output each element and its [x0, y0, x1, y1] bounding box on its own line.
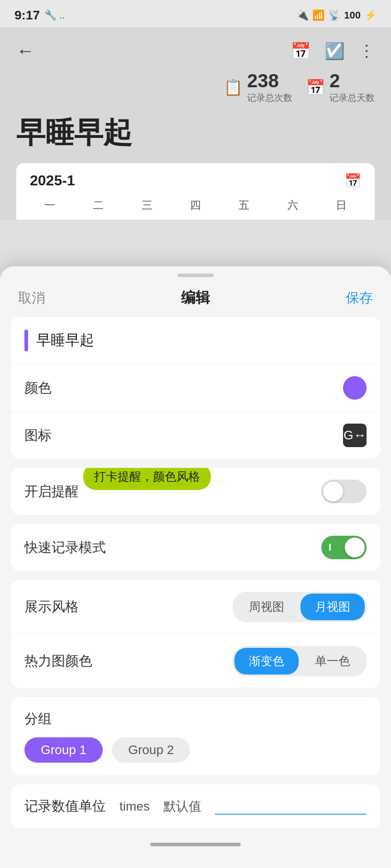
habit-name-row: 早睡早起 [11, 317, 380, 364]
bg-calendar-month: 2025-1 [30, 172, 75, 189]
weekday-fri: 五 [238, 198, 249, 212]
save-button[interactable]: 保存 [346, 289, 373, 307]
stat-days-icon: 📅 [306, 78, 325, 96]
weekday-wed: 三 [142, 198, 153, 212]
month-view-option[interactable]: 月视图 [300, 594, 365, 620]
week-view-option[interactable]: 周视图 [234, 594, 299, 620]
status-time: 9:17 [14, 8, 40, 23]
group-section-label: 分组 [24, 710, 367, 728]
battery-level: 100 [344, 9, 361, 21]
bg-app-content: ← 📅 ☑️ ⋮ 📋 238 记录总次数 📅 2 记录总天数 早睡早起 2025… [0, 27, 391, 220]
color-picker-dot[interactable] [343, 376, 367, 400]
calendar-icon[interactable]: 📅 [291, 42, 311, 61]
habit-name-text[interactable]: 早睡早起 [36, 330, 94, 350]
status-extra-icons: 🔧 .. [44, 9, 65, 21]
wifi-icon: 📡 [328, 9, 340, 21]
bg-weekdays: 一 二 三 四 五 六 日 [16, 193, 375, 220]
reminder-toggle-knob [323, 481, 343, 501]
bg-toolbar-right: 📅 ☑️ ⋮ [291, 42, 375, 61]
stat-days-number: 2 [329, 70, 375, 92]
reminder-toggle[interactable] [321, 480, 367, 503]
reminder-tooltip-wrapper: 打卡提醒，颜色风格 [83, 468, 211, 490]
check-icon[interactable]: ☑️ [324, 42, 345, 61]
fast-mode-toggle-label: I [329, 542, 331, 553]
display-card: 展示风格 周视图 月视图 热力图颜色 渐变色 单一色 [11, 580, 380, 688]
home-indicator [0, 837, 391, 850]
weekday-sun: 日 [336, 198, 347, 212]
group-tags: Group 1 Group 2 [24, 737, 367, 763]
group-tag-1[interactable]: Group 1 [24, 737, 103, 763]
habit-info-card: 早睡早起 颜色 图标 G↔ [11, 317, 380, 459]
home-bar [150, 843, 241, 846]
fast-mode-card: 快速记录模式 I [11, 524, 380, 571]
weekday-mon: 一 [44, 198, 55, 212]
icon-picker-box[interactable]: G↔ [343, 424, 367, 447]
sheet-title: 编辑 [181, 288, 210, 308]
display-style-label: 展示风格 [24, 598, 79, 616]
weekday-thu: 四 [190, 198, 201, 212]
stat-count-label: 记录总次数 [247, 92, 292, 104]
reminder-row: 开启提醒 打卡提醒，颜色风格 [11, 468, 380, 515]
icon-setting-row[interactable]: 图标 G↔ [11, 412, 380, 459]
color-label: 颜色 [24, 379, 52, 397]
fast-mode-toggle[interactable]: I [321, 536, 367, 559]
bottom-sheet: 取消 编辑 保存 早睡早起 颜色 图标 G↔ 开启提醒 打卡提醒，颜色风格 [0, 266, 391, 868]
bg-toolbar: ← 📅 ☑️ ⋮ [16, 36, 375, 70]
stat-total-count: 📋 238 记录总次数 [224, 70, 292, 104]
record-default-input[interactable] [215, 798, 367, 815]
sheet-header: 取消 编辑 保存 [0, 281, 391, 317]
more-icon[interactable]: ⋮ [358, 42, 375, 61]
back-button[interactable]: ← [16, 41, 34, 61]
reminder-card: 开启提醒 打卡提醒，颜色风格 [11, 468, 380, 515]
sheet-drag-handle [177, 274, 214, 277]
bg-habit-title: 早睡早起 [16, 113, 375, 152]
heatmap-color-row: 热力图颜色 渐变色 单一色 [11, 634, 380, 688]
display-style-segment: 周视图 月视图 [233, 592, 367, 622]
group-section: 分组 Group 1 Group 2 [11, 697, 380, 775]
stat-count-number: 238 [247, 70, 292, 92]
record-default-label: 默认值 [163, 798, 201, 815]
translate-icon: G↔ [343, 428, 366, 443]
fast-mode-row: 快速记录模式 I [11, 524, 380, 571]
icon-label: 图标 [24, 426, 52, 445]
stat-total-days: 📅 2 记录总天数 [306, 70, 375, 104]
weekday-sat: 六 [287, 198, 298, 212]
weekday-tue: 二 [93, 198, 104, 212]
bg-stats: 📋 238 记录总次数 📅 2 记录总天数 [16, 70, 375, 104]
record-unit-value[interactable]: times [119, 799, 150, 814]
stat-count-icon: 📋 [224, 78, 243, 96]
battery-icon: 🔌 [296, 9, 309, 21]
record-unit-section: 记录数值单位 times 默认值 [11, 784, 380, 828]
single-color-option[interactable]: 单一色 [300, 648, 365, 675]
reminder-label: 开启提醒 [24, 482, 79, 501]
cancel-button[interactable]: 取消 [18, 289, 45, 307]
record-unit-label: 记录数值单位 [24, 797, 106, 816]
bg-calendar-nav-icon: 📅 [344, 173, 361, 189]
sheet-handle-bar [0, 266, 391, 281]
fast-mode-label: 快速记录模式 [24, 538, 106, 557]
reminder-tooltip: 打卡提醒，颜色风格 [83, 468, 211, 490]
record-unit-row: 记录数值单位 times 默认值 [24, 797, 367, 816]
status-icons: 🔌 📶 📡 100 ⚡ [296, 9, 377, 21]
display-style-row: 展示风格 周视图 月视图 [11, 580, 380, 634]
signal-icon: 📶 [312, 9, 324, 21]
heatmap-color-segment: 渐变色 单一色 [233, 646, 367, 676]
color-setting-row[interactable]: 颜色 [11, 364, 380, 412]
gradient-color-option[interactable]: 渐变色 [234, 648, 299, 675]
fast-mode-toggle-knob [345, 538, 365, 557]
status-bar: 9:17 🔧 .. 🔌 📶 📡 100 ⚡ [0, 0, 391, 27]
bg-calendar-header: 2025-1 📅 [16, 163, 375, 193]
habit-color-indicator [24, 330, 28, 351]
charge-icon: ⚡ [364, 9, 377, 21]
group-tag-2[interactable]: Group 2 [112, 737, 190, 763]
stat-days-label: 记录总天数 [329, 92, 375, 104]
heatmap-color-label: 热力图颜色 [24, 652, 92, 670]
